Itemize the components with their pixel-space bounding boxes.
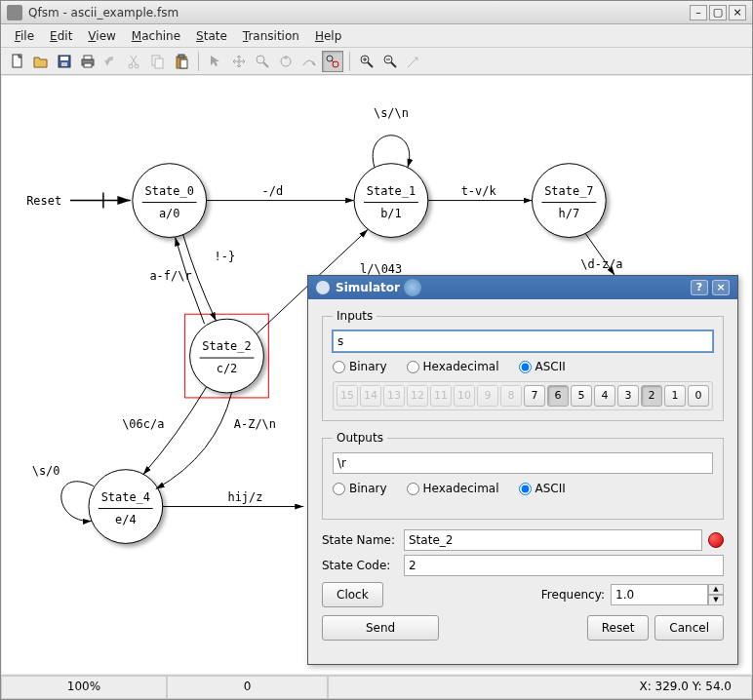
bit-9: 9 — [477, 385, 498, 407]
state-7[interactable]: State_7 h/7 — [532, 164, 606, 238]
svg-rect-10 — [155, 58, 163, 68]
svg-point-43 — [190, 319, 264, 393]
menu-view[interactable]: View — [82, 27, 121, 45]
simulator-title: Simulator — [336, 281, 400, 294]
help-button[interactable]: ? — [691, 280, 708, 295]
close-button[interactable]: × — [729, 5, 746, 20]
maximize-button[interactable]: ▢ — [709, 5, 727, 20]
outputs-group: Outputs Binary Hexadecimal ASCII — [322, 431, 724, 520]
svg-text:A-Z/\n: A-Z/\n — [234, 417, 276, 431]
frequency-up[interactable]: ▲ — [708, 584, 724, 595]
bit-6[interactable]: 6 — [547, 385, 569, 407]
inputs-binary-radio[interactable]: Binary — [333, 360, 387, 373]
inputs-group: Inputs Binary Hexadecimal ASCII 15 14 13… — [322, 309, 724, 421]
status-coords: X: 329.0 Y: 54.0 — [328, 676, 752, 699]
save-button[interactable] — [54, 51, 75, 72]
frequency-down[interactable]: ▼ — [708, 595, 724, 605]
clock-button[interactable]: Clock — [322, 582, 383, 607]
menu-file[interactable]: File — [9, 27, 40, 45]
cut-button — [124, 51, 145, 72]
window-title: Qfsm - ascii_example.fsm — [28, 6, 690, 19]
zoom-out-button[interactable] — [379, 51, 401, 72]
undo-button — [100, 51, 122, 72]
svg-point-35 — [354, 164, 428, 238]
bit-14: 14 — [360, 385, 381, 407]
svg-text:State_2: State_2 — [202, 339, 251, 353]
svg-point-39 — [532, 164, 606, 238]
open-file-button[interactable] — [30, 51, 52, 72]
svg-text:h/7: h/7 — [559, 207, 580, 220]
pan-tool-button — [228, 51, 250, 72]
menu-bar: File Edit View Machine State Transition … — [1, 24, 752, 48]
simulator-dialog: Simulator ? × Inputs Binary Hexadecimal … — [307, 275, 738, 665]
new-file-button[interactable] — [7, 51, 28, 72]
bit-0[interactable]: 0 — [688, 385, 709, 407]
status-zoom: 100% — [1, 676, 167, 699]
svg-rect-3 — [61, 62, 67, 66]
reset-label: Reset — [26, 194, 61, 208]
state-4[interactable]: State_4 e/4 — [89, 470, 163, 544]
inputs-ascii-radio[interactable]: ASCII — [519, 360, 566, 373]
svg-text:b/1: b/1 — [380, 207, 402, 220]
bit-1[interactable]: 1 — [664, 385, 686, 407]
svg-point-14 — [257, 56, 264, 63]
state-2[interactable]: State_2 c/2 — [190, 319, 264, 393]
bit-5[interactable]: 5 — [571, 385, 592, 407]
copy-button — [147, 51, 169, 72]
state-code-field — [404, 555, 724, 576]
zoom-in-button[interactable] — [356, 51, 377, 72]
svg-text:State_0: State_0 — [145, 184, 194, 198]
arrow-tool-button — [403, 51, 424, 72]
svg-rect-13 — [180, 59, 187, 68]
menu-help[interactable]: Help — [309, 27, 347, 45]
select-tool-button — [205, 51, 226, 72]
reset-button[interactable]: Reset — [587, 615, 650, 641]
menu-transition[interactable]: Transition — [237, 27, 305, 45]
svg-text:+: + — [283, 54, 288, 60]
simulate-button[interactable] — [322, 51, 343, 72]
state-0[interactable]: State_0 a/0 — [133, 164, 207, 238]
bit-7[interactable]: 7 — [524, 385, 545, 407]
toolbar-separator — [198, 52, 199, 71]
kde-logo-icon — [404, 279, 421, 296]
dialog-close-button[interactable]: × — [712, 280, 730, 295]
svg-line-20 — [332, 60, 334, 62]
minimize-button[interactable]: – — [690, 5, 707, 20]
outputs-ascii-radio[interactable]: ASCII — [519, 482, 566, 495]
svg-text:a-f/\r: a-f/\r — [149, 269, 191, 283]
svg-text:State_4: State_4 — [101, 490, 150, 504]
bit-3[interactable]: 3 — [617, 385, 639, 407]
menu-edit[interactable]: Edit — [44, 27, 78, 45]
input-bit-buttons: 15 14 13 12 11 10 9 8 7 6 5 4 3 2 1 0 — [333, 381, 713, 410]
menu-state[interactable]: State — [190, 27, 233, 45]
frequency-spinbox[interactable]: ▲ ▼ — [611, 584, 724, 605]
svg-text:\06c/a: \06c/a — [122, 417, 164, 431]
inputs-field[interactable] — [333, 331, 713, 352]
simulator-title-bar[interactable]: Simulator ? × — [308, 276, 737, 299]
send-button[interactable]: Send — [322, 615, 439, 641]
state-name-field — [404, 529, 702, 551]
frequency-field[interactable] — [611, 584, 708, 605]
state-1[interactable]: State_1 b/1 — [354, 164, 428, 238]
bit-12: 12 — [407, 385, 428, 407]
bit-4[interactable]: 4 — [594, 385, 615, 407]
svg-rect-5 — [84, 56, 92, 59]
svg-text:\d-z/a: \d-z/a — [580, 257, 622, 271]
paste-button[interactable] — [171, 51, 192, 72]
svg-text:c/2: c/2 — [217, 362, 238, 375]
inputs-hex-radio[interactable]: Hexadecimal — [407, 360, 499, 373]
svg-text:State_1: State_1 — [367, 184, 416, 198]
svg-text:t-v/k: t-v/k — [461, 184, 497, 198]
svg-text:e/4: e/4 — [115, 513, 137, 526]
print-button[interactable] — [77, 51, 99, 72]
state-code-label: State Code: — [322, 559, 398, 572]
frequency-label: Frequency: — [541, 588, 605, 602]
svg-text:-/d: -/d — [262, 184, 284, 198]
svg-point-31 — [133, 164, 207, 238]
outputs-hex-radio[interactable]: Hexadecimal — [407, 482, 499, 495]
bit-2[interactable]: 2 — [641, 385, 662, 407]
menu-machine[interactable]: Machine — [126, 27, 186, 45]
cancel-button[interactable]: Cancel — [654, 615, 724, 641]
toolbar: + — [1, 48, 752, 75]
outputs-binary-radio[interactable]: Binary — [333, 482, 387, 495]
